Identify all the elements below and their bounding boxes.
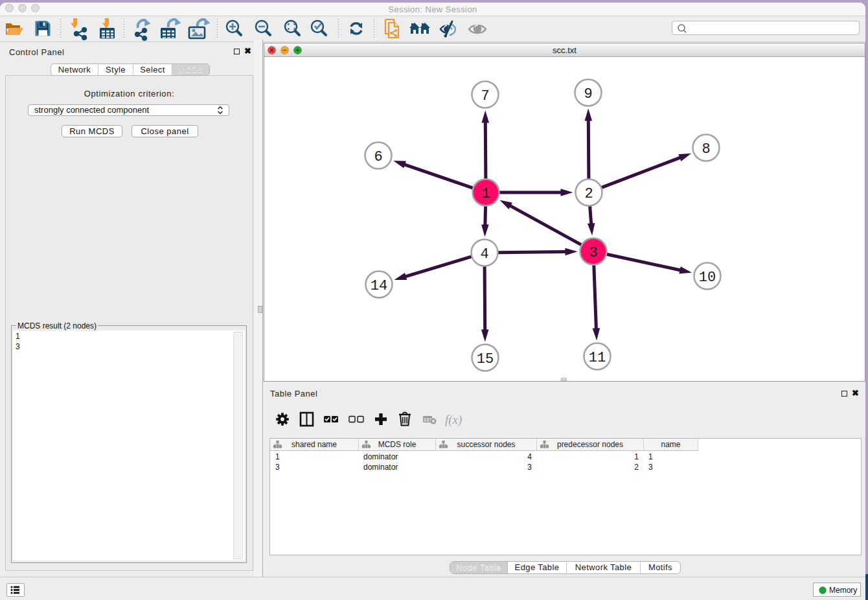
svg-text:10: 10 (699, 270, 716, 286)
svg-text:8: 8 (702, 141, 710, 157)
svg-text:15: 15 (477, 351, 494, 367)
svg-text:4: 4 (480, 246, 488, 262)
svg-text:1: 1 (481, 186, 490, 202)
svg-text:6: 6 (374, 149, 382, 165)
svg-text:9: 9 (584, 86, 592, 102)
svg-text:14: 14 (371, 278, 387, 294)
svg-text:2: 2 (584, 186, 593, 202)
svg-text:3: 3 (589, 245, 597, 261)
svg-text:7: 7 (481, 88, 489, 104)
svg-text:11: 11 (589, 350, 606, 366)
svg-text:f(x): f(x) (445, 413, 462, 427)
